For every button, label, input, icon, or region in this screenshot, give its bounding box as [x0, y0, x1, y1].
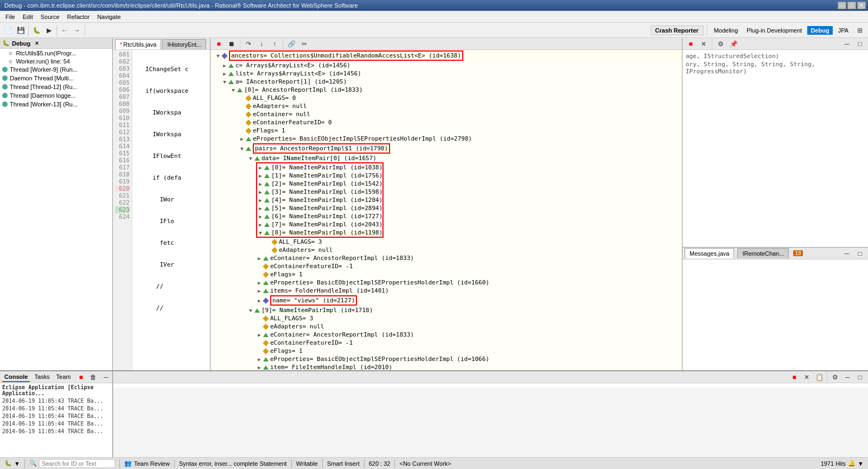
- menu-navigate[interactable]: Navigate: [94, 12, 124, 21]
- var-econtainer4[interactable]: ▶ eContainer= AncestorReportImpl (id=183…: [210, 331, 682, 339]
- var-arr9[interactable]: ▼ [9]= NameItemPairImpl (id=1718): [210, 306, 682, 314]
- var-eflags4[interactable]: ▶ eFlags= 1: [210, 347, 682, 355]
- vars-connect-btn[interactable]: 🔗: [285, 38, 297, 50]
- var-econtfeatureid2[interactable]: ▶ eContainerFeatureID= -1: [210, 262, 682, 270]
- var-name-views[interactable]: ▶ name= "views" (id=2127): [210, 295, 682, 306]
- perspective-jpa[interactable]: JPA: [835, 26, 852, 35]
- tab-ihistory[interactable]: IHistoryEnt...: [162, 39, 206, 49]
- maximize-button[interactable]: □: [847, 2, 856, 9]
- var-toggle-eprops4[interactable]: ▶: [256, 356, 263, 363]
- var-toggle-name-views[interactable]: ▶: [256, 297, 263, 304]
- right-pin-btn[interactable]: 📌: [727, 38, 739, 50]
- close-button[interactable]: ✕: [857, 2, 866, 9]
- var-c[interactable]: ▶ c= Arrays$ArrayList<E> (id=1456): [210, 61, 682, 69]
- var-toggle-data[interactable]: ▼: [247, 155, 254, 162]
- perspective-plugin-dev[interactable]: Plug-in Development: [743, 26, 805, 35]
- perspective-debug[interactable]: Debug: [807, 26, 832, 35]
- var-eflags[interactable]: ▶ eFlags= 1: [210, 126, 682, 135]
- perspective-modeling[interactable]: Modeling: [711, 26, 742, 35]
- console-stop-btn[interactable]: ■: [75, 371, 87, 383]
- right-bottom-min-btn[interactable]: ─: [841, 248, 853, 259]
- thread-daemon-logger[interactable]: Thread [Daemon logge...: [0, 91, 112, 100]
- method-list[interactable]: age, IStructuredSelection) ory, String, …: [682, 50, 868, 247]
- var-econtfeatureid[interactable]: ▶ eContainerFeatureID= 0: [210, 118, 682, 126]
- var-allflags4[interactable]: ▶ ALL_FLAGS= 3: [210, 314, 682, 322]
- var-econtainer[interactable]: ▶ eContainer= null: [210, 110, 682, 118]
- var-arr3[interactable]: ▶ [3]= NameItemPairImpl (id=1598): [257, 188, 382, 196]
- console-clear-btn[interactable]: 🗑: [87, 371, 99, 383]
- team-review-button[interactable]: 👥 Team Review: [124, 460, 170, 467]
- var-a[interactable]: ▼ a= IAncestorReport[1] (id=1205): [210, 78, 682, 86]
- var-toggle-eprops2[interactable]: ▶: [256, 280, 263, 286]
- var-toggle-list[interactable]: ▶: [221, 71, 228, 77]
- var-toggle-arr2[interactable]: ▶: [257, 181, 264, 187]
- right-max-btn[interactable]: □: [854, 38, 866, 50]
- vars-step-over-btn[interactable]: ↷: [242, 38, 254, 50]
- minimize-button[interactable]: ─: [838, 2, 846, 9]
- save-button[interactable]: 💾: [15, 24, 27, 36]
- var-toggle-arr0[interactable]: ▶: [257, 164, 264, 171]
- var-arr2[interactable]: ▶ [2]= NameItemPairImpl (id=1542): [257, 180, 382, 188]
- new-button[interactable]: 📄: [2, 24, 14, 36]
- var-toggle-arr9[interactable]: ▼: [247, 307, 254, 314]
- tab-rtcutils-java[interactable]: *RtcUtils.java: [115, 39, 161, 49]
- debug-close-icon[interactable]: ✕: [35, 41, 39, 46]
- var-toggle-econtainer2[interactable]: ▶: [256, 255, 263, 262]
- forward-button[interactable]: →: [71, 24, 83, 36]
- var-eflags2[interactable]: ▶ eFlags= 1: [210, 270, 682, 278]
- var-toggle-item4[interactable]: ▶: [256, 364, 263, 371]
- var-eprops2[interactable]: ▶ eProperties= BasicEObjectImplSEPropert…: [210, 278, 682, 287]
- run-button[interactable]: ▶: [43, 24, 55, 36]
- open-perspective-button[interactable]: ⊞: [854, 24, 866, 36]
- method-item-2[interactable]: ory, String, String, String, String, IPr…: [685, 60, 866, 75]
- tab-team[interactable]: Team: [54, 372, 73, 382]
- var-items[interactable]: ▶ items= FolderHandleImpl (id=1401): [210, 287, 682, 295]
- vars-resume-btn[interactable]: ■: [213, 38, 225, 50]
- var-toggle-arr8[interactable]: ▼: [257, 230, 264, 236]
- var-data[interactable]: ▼ data= INameItemPair[0] (id=1657): [210, 154, 682, 162]
- var-eadapters2[interactable]: ▶ eAdapters= null: [210, 246, 682, 254]
- var-toggle-a0[interactable]: ▼: [230, 87, 237, 93]
- tab-console[interactable]: Console: [2, 372, 30, 382]
- var-arr1[interactable]: ▶ [1]= NameItemPairImpl (id=1756): [257, 172, 382, 180]
- vars-stop-btn[interactable]: ⏹: [226, 38, 238, 50]
- var-toggle-eprops[interactable]: ▶: [239, 136, 245, 142]
- right-min-btn[interactable]: ─: [841, 38, 853, 50]
- menu-edit[interactable]: Edit: [20, 12, 36, 21]
- window-controls[interactable]: ─ □ ✕: [838, 2, 866, 9]
- bottom-right-settings-btn[interactable]: ⚙: [829, 371, 841, 383]
- menu-source[interactable]: Source: [37, 12, 63, 21]
- thread-worker9[interactable]: Thread [Worker-9] (Run...: [0, 65, 112, 74]
- var-toggle-arr5[interactable]: ▶: [257, 205, 264, 212]
- thread-worker13[interactable]: Thread [Worker-13] (Ru...: [0, 100, 112, 109]
- stack-item-rtcutils5[interactable]: ≡ RtcUtils$5.run(IProgr...: [0, 49, 112, 57]
- var-econtainer2[interactable]: ▶ eContainer= AncestorReportImpl (id=183…: [210, 254, 682, 262]
- tab-tasks[interactable]: Tasks: [32, 372, 52, 382]
- var-toggle-arr6[interactable]: ▶: [257, 213, 264, 220]
- var-allflags3[interactable]: ▶ ALL_FLAGS= 3: [210, 238, 682, 246]
- menu-file[interactable]: File: [2, 12, 18, 21]
- var-eadapters[interactable]: ▶ eAdapters= null: [210, 102, 682, 110]
- var-list[interactable]: ▶ list= Arrays$ArrayList<E> (id=1456): [210, 69, 682, 78]
- var-allflags[interactable]: ▶ ALL_FLAGS= 0: [210, 94, 682, 102]
- var-toggle-arr4[interactable]: ▶: [257, 197, 264, 204]
- var-toggle-pairs[interactable]: ▼: [239, 145, 245, 152]
- crash-reporter-tab[interactable]: Crash Reporter: [650, 26, 704, 35]
- var-toggle-a[interactable]: ▼: [221, 79, 228, 85]
- menu-refactor[interactable]: Refactor: [64, 12, 93, 21]
- var-arr5[interactable]: ▶ [5]= NameItemPairImpl (id=2894): [257, 204, 382, 212]
- var-econtfeatureid4[interactable]: ▶ eContainerFeatureID= -1: [210, 339, 682, 347]
- var-toggle-items[interactable]: ▶: [256, 288, 263, 294]
- var-toggle-arr1[interactable]: ▶: [257, 173, 264, 179]
- vars-step-return-btn[interactable]: ↑: [269, 38, 280, 50]
- var-toggle-arr7[interactable]: ▶: [257, 221, 264, 228]
- right-settings-btn[interactable]: ⚙: [714, 38, 726, 50]
- var-toggle-root[interactable]: ▼: [215, 53, 221, 59]
- var-eadapters4[interactable]: ▶ eAdapters= null: [210, 322, 682, 331]
- thread-daemon-multi[interactable]: Daemon Thread [Multi...: [0, 74, 112, 83]
- bottom-right-max-btn[interactable]: □: [854, 371, 866, 383]
- bottom-right-stop-btn[interactable]: ■: [788, 371, 800, 383]
- right-close-btn[interactable]: ✕: [698, 38, 710, 50]
- back-button[interactable]: ←: [59, 24, 71, 36]
- var-pairs[interactable]: ▼ pairs= AncestorReportImpl$1 (id=1790): [210, 143, 682, 154]
